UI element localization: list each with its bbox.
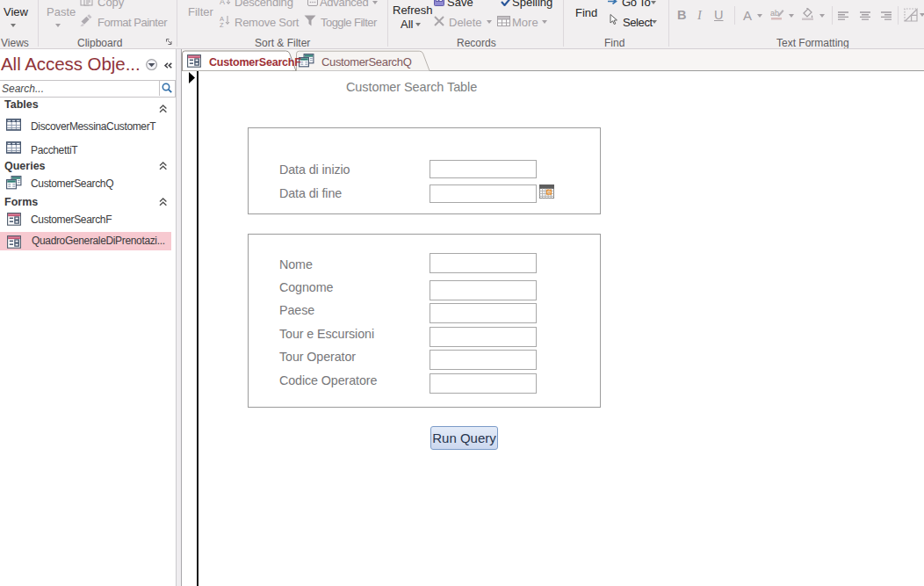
- svg-text:Z: Z: [220, 21, 224, 28]
- svg-text:ab: ab: [770, 9, 779, 18]
- svg-text:A: A: [220, 0, 225, 6]
